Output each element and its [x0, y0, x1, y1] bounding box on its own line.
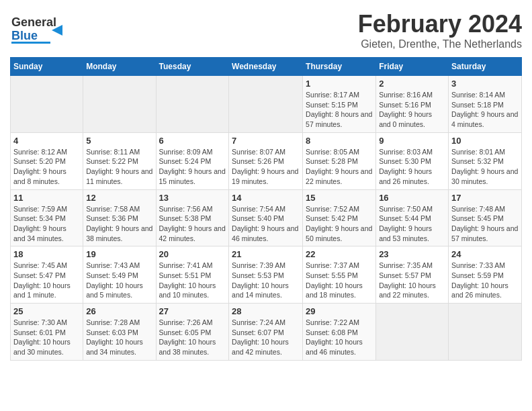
- day-cell: 13 Sunrise: 7:56 AMSunset: 5:38 PMDaylig…: [156, 189, 229, 246]
- col-thursday: Thursday: [303, 58, 376, 76]
- day-detail: Sunrise: 8:05 AMSunset: 5:28 PMDaylight:…: [306, 147, 373, 187]
- day-number: 13: [159, 193, 226, 203]
- day-number: 5: [86, 136, 152, 146]
- day-cell: [83, 76, 156, 133]
- day-number: 1: [306, 79, 373, 89]
- day-number: 18: [13, 249, 80, 259]
- day-cell: 7 Sunrise: 8:07 AMSunset: 5:26 PMDayligh…: [229, 132, 303, 189]
- day-number: 22: [306, 249, 373, 259]
- location-title: Gieten, Drenthe, The Netherlands: [358, 38, 522, 50]
- day-cell: 3 Sunrise: 8:14 AMSunset: 5:18 PMDayligh…: [449, 76, 522, 133]
- day-cell: [11, 76, 83, 133]
- day-detail: Sunrise: 7:39 AMSunset: 5:53 PMDaylight:…: [232, 261, 300, 300]
- day-detail: Sunrise: 8:11 AMSunset: 5:22 PMDaylight:…: [86, 147, 152, 187]
- day-number: 6: [159, 136, 226, 146]
- day-number: 10: [451, 136, 519, 146]
- day-cell: 11 Sunrise: 7:59 AMSunset: 5:34 PMDaylig…: [11, 189, 83, 246]
- day-detail: Sunrise: 7:52 AMSunset: 5:42 PMDaylight:…: [306, 204, 373, 244]
- logo: General Blue: [10, 10, 71, 47]
- day-number: 11: [13, 193, 80, 203]
- day-number: 21: [232, 249, 300, 259]
- day-cell: 12 Sunrise: 7:58 AMSunset: 5:36 PMDaylig…: [83, 189, 156, 246]
- day-detail: Sunrise: 7:54 AMSunset: 5:40 PMDaylight:…: [232, 204, 300, 244]
- day-detail: Sunrise: 8:07 AMSunset: 5:26 PMDaylight:…: [232, 147, 300, 187]
- day-cell: 29 Sunrise: 7:22 AMSunset: 6:08 PMDaylig…: [303, 304, 376, 361]
- day-detail: Sunrise: 7:43 AMSunset: 5:49 PMDaylight:…: [86, 261, 152, 300]
- day-cell: [229, 76, 303, 133]
- day-number: 24: [451, 249, 519, 259]
- day-detail: Sunrise: 8:01 AMSunset: 5:32 PMDaylight:…: [451, 147, 519, 187]
- day-detail: Sunrise: 8:09 AMSunset: 5:24 PMDaylight:…: [159, 147, 226, 187]
- col-sunday: Sunday: [11, 58, 83, 76]
- day-cell: 4 Sunrise: 8:12 AMSunset: 5:20 PMDayligh…: [11, 132, 83, 189]
- week-row-1: 4 Sunrise: 8:12 AMSunset: 5:20 PMDayligh…: [11, 132, 522, 189]
- day-detail: Sunrise: 7:59 AMSunset: 5:34 PMDaylight:…: [13, 204, 80, 244]
- svg-text:General: General: [11, 15, 56, 29]
- header: General Blue February 2024 Gieten, Drent…: [10, 10, 522, 50]
- col-wednesday: Wednesday: [229, 58, 303, 76]
- day-cell: 6 Sunrise: 8:09 AMSunset: 5:24 PMDayligh…: [156, 132, 229, 189]
- day-detail: Sunrise: 7:24 AMSunset: 6:07 PMDaylight:…: [232, 318, 300, 357]
- calendar-table: Sunday Monday Tuesday Wednesday Thursday…: [10, 57, 522, 361]
- week-row-2: 11 Sunrise: 7:59 AMSunset: 5:34 PMDaylig…: [11, 189, 522, 246]
- day-cell: [449, 304, 522, 361]
- day-detail: Sunrise: 7:30 AMSunset: 6:01 PMDaylight:…: [13, 318, 80, 357]
- day-detail: Sunrise: 7:48 AMSunset: 5:45 PMDaylight:…: [451, 204, 519, 244]
- day-detail: Sunrise: 8:14 AMSunset: 5:18 PMDaylight:…: [451, 90, 519, 130]
- title-area: February 2024 Gieten, Drenthe, The Nethe…: [358, 10, 522, 50]
- day-cell: 5 Sunrise: 8:11 AMSunset: 5:22 PMDayligh…: [83, 132, 156, 189]
- day-cell: 21 Sunrise: 7:39 AMSunset: 5:53 PMDaylig…: [229, 246, 303, 304]
- col-friday: Friday: [376, 58, 449, 76]
- week-row-0: 1 Sunrise: 8:17 AMSunset: 5:15 PMDayligh…: [11, 76, 522, 133]
- day-cell: 23 Sunrise: 7:35 AMSunset: 5:57 PMDaylig…: [376, 246, 449, 304]
- day-number: 8: [306, 136, 373, 146]
- day-number: 26: [86, 306, 152, 316]
- day-cell: 25 Sunrise: 7:30 AMSunset: 6:01 PMDaylig…: [11, 304, 83, 361]
- day-cell: 18 Sunrise: 7:45 AMSunset: 5:47 PMDaylig…: [11, 246, 83, 304]
- day-number: 2: [379, 79, 445, 89]
- day-cell: 19 Sunrise: 7:43 AMSunset: 5:49 PMDaylig…: [83, 246, 156, 304]
- day-detail: Sunrise: 8:16 AMSunset: 5:16 PMDaylight:…: [379, 90, 445, 130]
- day-detail: Sunrise: 7:37 AMSunset: 5:55 PMDaylight:…: [306, 261, 373, 300]
- day-number: 17: [451, 193, 519, 203]
- day-detail: Sunrise: 7:22 AMSunset: 6:08 PMDaylight:…: [306, 318, 373, 357]
- day-number: 15: [306, 193, 373, 203]
- day-cell: 9 Sunrise: 8:03 AMSunset: 5:30 PMDayligh…: [376, 132, 449, 189]
- day-number: 9: [379, 136, 445, 146]
- day-number: 20: [159, 249, 226, 259]
- day-number: 29: [306, 306, 373, 316]
- day-detail: Sunrise: 7:58 AMSunset: 5:36 PMDaylight:…: [86, 204, 152, 244]
- day-cell: 27 Sunrise: 7:26 AMSunset: 6:05 PMDaylig…: [156, 304, 229, 361]
- day-detail: Sunrise: 7:45 AMSunset: 5:47 PMDaylight:…: [13, 261, 80, 300]
- day-number: 4: [13, 136, 80, 146]
- svg-text:Blue: Blue: [11, 29, 38, 42]
- svg-rect-3: [11, 42, 50, 44]
- month-title: February 2024: [358, 10, 522, 38]
- day-cell: 26 Sunrise: 7:28 AMSunset: 6:03 PMDaylig…: [83, 304, 156, 361]
- day-cell: [376, 304, 449, 361]
- day-detail: Sunrise: 7:33 AMSunset: 5:59 PMDaylight:…: [451, 261, 519, 300]
- day-cell: 28 Sunrise: 7:24 AMSunset: 6:07 PMDaylig…: [229, 304, 303, 361]
- day-number: 19: [86, 249, 152, 259]
- day-detail: Sunrise: 7:56 AMSunset: 5:38 PMDaylight:…: [159, 204, 226, 244]
- day-cell: 1 Sunrise: 8:17 AMSunset: 5:15 PMDayligh…: [303, 76, 376, 133]
- day-cell: 16 Sunrise: 7:50 AMSunset: 5:44 PMDaylig…: [376, 189, 449, 246]
- day-number: 27: [159, 306, 226, 316]
- day-detail: Sunrise: 8:12 AMSunset: 5:20 PMDaylight:…: [13, 147, 80, 187]
- day-number: 23: [379, 249, 445, 259]
- day-detail: Sunrise: 7:41 AMSunset: 5:51 PMDaylight:…: [159, 261, 226, 300]
- day-cell: 2 Sunrise: 8:16 AMSunset: 5:16 PMDayligh…: [376, 76, 449, 133]
- day-cell: 22 Sunrise: 7:37 AMSunset: 5:55 PMDaylig…: [303, 246, 376, 304]
- day-detail: Sunrise: 7:35 AMSunset: 5:57 PMDaylight:…: [379, 261, 445, 300]
- day-cell: 10 Sunrise: 8:01 AMSunset: 5:32 PMDaylig…: [449, 132, 522, 189]
- day-number: 25: [13, 306, 80, 316]
- day-detail: Sunrise: 7:28 AMSunset: 6:03 PMDaylight:…: [86, 318, 152, 357]
- day-number: 7: [232, 136, 300, 146]
- header-row: Sunday Monday Tuesday Wednesday Thursday…: [11, 58, 522, 76]
- day-number: 3: [451, 79, 519, 89]
- day-detail: Sunrise: 8:03 AMSunset: 5:30 PMDaylight:…: [379, 147, 445, 187]
- day-number: 12: [86, 193, 152, 203]
- col-saturday: Saturday: [449, 58, 522, 76]
- day-detail: Sunrise: 7:50 AMSunset: 5:44 PMDaylight:…: [379, 204, 445, 244]
- day-cell: [156, 76, 229, 133]
